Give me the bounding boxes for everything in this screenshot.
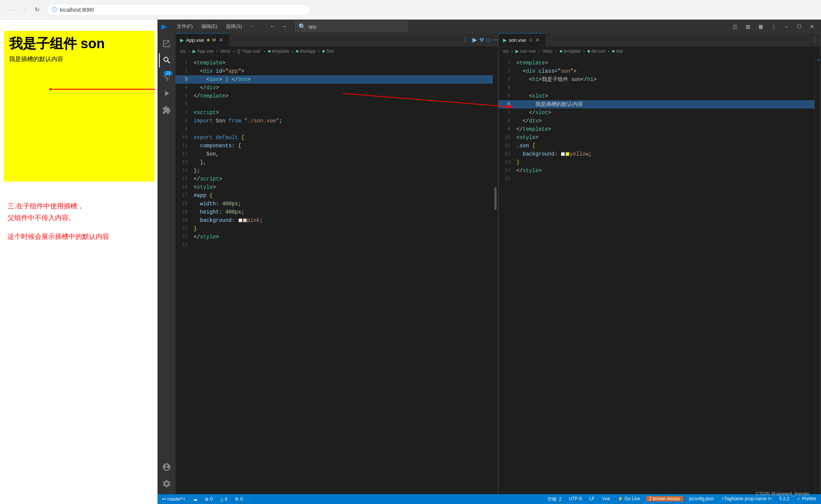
r-code-line-2: 2 <div class="son"> — [498, 67, 821, 75]
menu-bar: 文件(F) 编辑(E) 选择(S) ··· — [173, 21, 258, 31]
account-icon[interactable] — [159, 460, 174, 475]
editor-panels: ▶ App.vue ● M ✕ ⋮ ▶ ⚒ □ ⋯ — [176, 33, 821, 494]
code-line-19: 19 height: 400px; — [176, 208, 498, 216]
more-actions-btn[interactable]: ⋯ — [492, 36, 498, 43]
spaces-status[interactable]: 空格: 2 — [546, 496, 563, 502]
extensions-icon[interactable] — [159, 102, 174, 118]
lock-icon: ⓘ — [52, 6, 57, 13]
panel-btn[interactable]: ▦ — [755, 21, 766, 32]
split-editor-btn[interactable]: ◫ — [730, 21, 740, 32]
yellow-box: 我是子组件 son 我是插槽的默认内容 — [4, 31, 154, 182]
r-code-line-14: 14</style> — [498, 166, 821, 175]
cloud-status[interactable]: ☁ — [191, 494, 199, 504]
code-line-12: 12 Son, — [176, 150, 498, 158]
maximize-button[interactable]: ☐ — [794, 21, 804, 32]
code-line-9: 9 — [176, 125, 498, 133]
search-icon: 🔍 — [298, 23, 306, 30]
right-tab-more-btn[interactable]: ⋮ — [809, 33, 821, 46]
vscode-area: ▶ 文件(F) 编辑(E) 选择(S) ··· ← → 🔍 ◫ ▧ ▦ ⋮ – — [157, 20, 821, 504]
code-line-6: 6 — [176, 100, 498, 108]
code-line-20: 20 background: pink; — [176, 216, 498, 225]
run-bar: ▶ ⚒ □ ⋯ — [472, 33, 498, 46]
menu-more[interactable]: ··· — [246, 21, 258, 31]
r-code-line-11: 11.son { — [498, 142, 821, 150]
r-code-line-13: 13} — [498, 158, 821, 166]
vscode-logo: ▶ — [161, 22, 167, 31]
code-line-8: 8import Son from "./son.vue"; — [176, 117, 498, 125]
right-tab-close-btn[interactable]: ✕ — [535, 37, 541, 43]
right-breadcrumb-text: src › ▶ son.vue › Vetur › ■ template › ■… — [503, 49, 623, 54]
son-title: 我是子组件 son — [9, 35, 149, 53]
warnings-status[interactable]: △ 0 — [219, 494, 229, 504]
layout-btn[interactable]: ▧ — [743, 21, 753, 32]
r-code-line-15: 15 — [498, 175, 821, 183]
version-status[interactable]: 5.2.2 — [778, 496, 791, 501]
tag-status[interactable]: <TagName prop-name /> — [720, 496, 773, 501]
code-line-7: 7<script> — [176, 108, 498, 117]
left-editor-panel: ▶ App.vue ● M ✕ ⋮ ▶ ⚒ □ ⋯ — [176, 33, 498, 494]
main-content: 我是子组件 son 我是插槽的默认内容 三.在子组件中使用插槽， 父组件中不传入… — [0, 20, 821, 504]
son-vue-tab[interactable]: ▶ son.vue U ✕ — [498, 33, 546, 46]
eol-status[interactable]: LF — [588, 496, 596, 501]
modified-dot: ● — [206, 37, 210, 43]
code-line-4: 4 </div> — [176, 84, 498, 92]
more-btn[interactable]: ⋮ — [768, 21, 779, 32]
activity-bar — [157, 33, 176, 494]
tab-close-btn[interactable]: ✕ — [218, 37, 224, 43]
errors-status[interactable]: ⊗ 0 — [203, 494, 214, 504]
split-btn[interactable]: □ — [486, 37, 489, 43]
left-editor-scrollbar[interactable] — [493, 56, 498, 494]
code-line-16: 16<style> — [176, 183, 498, 191]
prettier-status[interactable]: ✓ Prettier — [795, 496, 818, 501]
language-status[interactable]: Vue — [601, 496, 612, 501]
branch-status[interactable]: ⚯ master*+ — [161, 494, 187, 504]
encoding-status[interactable]: UTF-8 — [567, 496, 583, 501]
menu-select[interactable]: 选择(S) — [222, 21, 246, 31]
nav-forward-btn[interactable]: → — [279, 21, 289, 31]
forward-button[interactable]: → — [19, 5, 29, 15]
menu-edit[interactable]: 编辑(E) — [197, 21, 221, 31]
titlebar-right: ◫ ▧ ▦ ⋮ – ☐ ✕ — [730, 21, 817, 32]
address-bar[interactable]: ⓘ localhost:8080 — [47, 4, 310, 16]
r-code-line-7: 7 </slot> — [498, 108, 821, 117]
code-line-14: 14}; — [176, 166, 498, 175]
search-input[interactable] — [308, 24, 405, 29]
minimize-button[interactable]: – — [781, 21, 792, 32]
run-button[interactable]: ▶ — [472, 36, 477, 43]
arrow-indicator — [50, 86, 163, 95]
code-line-18: 18 width: 400px; — [176, 200, 498, 208]
r-code-line-6: 6 我是插槽的默认内容 — [498, 100, 821, 108]
refresh-button[interactable]: ↻ — [32, 5, 42, 15]
menu-file[interactable]: 文件(F) — [173, 21, 197, 31]
titlebar-nav: ← → — [268, 21, 289, 31]
vue-icon: ▶ — [180, 37, 184, 43]
status-right: 空格: 2 UTF-8 LF Vue ⚡ Go Live 2 known iss… — [546, 496, 818, 502]
r-code-line-9: 9</template> — [498, 125, 821, 133]
code-line-22: 22</style> — [176, 233, 498, 241]
source-control-icon[interactable] — [159, 69, 174, 84]
titlebar-search[interactable]: 🔍 — [295, 21, 408, 31]
back-button[interactable]: ← — [6, 5, 17, 15]
debug-btn[interactable]: ⚒ — [479, 37, 484, 43]
status-bar: ⚯ master*+ ☁ ⊗ 0 △ 0 ⚙ 0 空格: 2 UTF-8 — [157, 494, 821, 504]
noconfig-status[interactable]: ⚙ 0 — [233, 494, 244, 504]
explorer-icon[interactable] — [159, 36, 174, 51]
close-button[interactable]: ✕ — [807, 21, 817, 32]
vscode-body: ▶ App.vue ● M ✕ ⋮ ▶ ⚒ □ ⋯ — [157, 33, 821, 494]
code-line-5: 5</template> — [176, 92, 498, 100]
code-line-21: 21} — [176, 225, 498, 233]
code-line-15: 15</script> — [176, 175, 498, 183]
nav-buttons: ← → ↻ — [6, 5, 42, 15]
app-vue-tab[interactable]: ▶ App.vue ● M ✕ — [176, 33, 229, 46]
code-line-3: 3 <Son> | </Son> — [176, 75, 498, 84]
right-breadcrumb: src › ▶ son.vue › Vetur › ■ template › ■… — [498, 47, 821, 56]
jsconfig-status[interactable]: jsconfig.json — [688, 496, 716, 501]
settings-icon[interactable] — [159, 476, 174, 491]
golive-status[interactable]: ⚡ Go Live — [616, 496, 642, 501]
known-issues-status[interactable]: 2 known issues — [646, 496, 683, 501]
right-code-editor: 1<template> 2 <div class="son"> 3 <h1>我是… — [498, 56, 821, 494]
nav-back-btn[interactable]: ← — [268, 21, 278, 31]
search-activity-icon[interactable] — [159, 53, 174, 68]
right-minimap — [815, 56, 821, 494]
tab-more-btn[interactable]: ⋮ — [459, 33, 471, 46]
